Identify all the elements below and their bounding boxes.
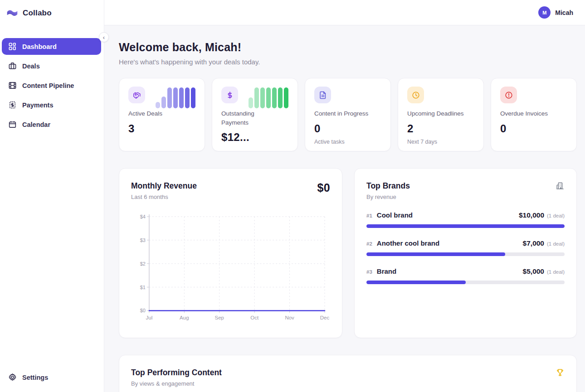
stat-value: 0 [314,122,381,135]
top-brands-title: Top Brands [366,181,410,191]
top-brands-card: Top Brands By revenue [354,168,577,338]
receipt-dollar-icon [8,101,17,109]
svg-text:Dec: Dec [320,315,330,320]
stat-value: $12... [221,131,288,144]
svg-text:$2: $2 [140,261,146,266]
stat-subtitle: Next 7 days [407,139,474,145]
sidebar-item-dashboard[interactable]: Dashboard [2,38,101,55]
stat-card-content-in-progress: Content in Progress 0 Active tasks [305,78,391,151]
alert-circle-icon [500,87,517,103]
svg-text:Jul: Jul [146,315,153,320]
sidebar-item-settings[interactable]: Settings [2,369,101,386]
revenue-subtitle: Last 6 months [131,194,197,200]
brand-rank: #3 [366,269,372,275]
stat-value: 3 [128,122,195,135]
chevron-left-icon: ‹ [103,34,105,40]
sidebar-footer: Settings [0,369,104,392]
stat-label: Content in Progress [314,109,381,118]
svg-text:$1: $1 [140,285,146,290]
stat-subtitle: Active tasks [314,139,381,145]
brand-value: $5,000 [523,267,544,276]
gear-icon [8,373,17,382]
brand-rank: #2 [366,241,372,247]
brand-rank: #1 [366,213,372,218]
brand-name: Cool brand [377,211,413,219]
sidebar-item-payments[interactable]: Payments [2,97,101,113]
brand-row: #1 Cool brand $10,000 (1 deal) [366,211,565,228]
stat-card-active-deals: Active Deals 3 [119,78,205,151]
monthly-revenue-card: Monthly Revenue Last 6 months $0 $0$1$2$… [119,168,342,338]
brand-progress-fill [366,252,505,256]
sidebar-item-deals[interactable]: Deals [2,58,101,74]
user-name[interactable]: Micah [555,9,573,16]
page-subtitle: Here's what's happening with your deals … [119,58,577,66]
sidebar-item-label: Calendar [22,121,50,128]
svg-text:$4: $4 [140,214,146,219]
outstanding-payments-sparkline [249,87,288,108]
revenue-chart-svg: $0$1$2$3$4JulAugSepOctNovDec [131,210,330,324]
sidebar-item-content-pipeline[interactable]: Content Pipeline [2,77,101,94]
stat-label: Overdue Invoices [500,109,567,118]
svg-text:$3: $3 [140,237,146,243]
calendar-icon [8,120,17,129]
svg-text:Oct: Oct [250,315,259,320]
main-area: M Micah Welcome back, Micah! Here's what… [104,0,585,392]
stat-card-outstanding-payments: Outstanding Payments $12... [212,78,298,151]
top-brands-subtitle: By revenue [366,194,410,200]
stat-label: Outstanding Payments [221,109,259,127]
collabo-flag-icon [6,8,18,18]
sidebar-item-label: Content Pipeline [22,82,74,89]
sidebar-item-label: Settings [22,374,48,381]
page-title: Welcome back, Micah! [119,41,577,54]
svg-text:Sep: Sep [215,315,224,320]
building-icon [556,181,565,192]
stat-label: Upcoming Deadlines [407,109,474,118]
stat-card-overdue-invoices: Overdue Invoices 0 [491,78,577,151]
top-performing-content-card: Top Performing Content By views & engage… [119,355,577,392]
stats-row: Active Deals 3 Outstanding Payments $12.… [119,78,577,151]
dashboard-content: Welcome back, Micah! Here's what's happe… [104,25,585,392]
brand-progress-fill [366,281,466,284]
brand-row: #3 Brand $5,000 (1 deal) [366,267,565,284]
top-content-title: Top Performing Content [131,368,222,377]
top-brands-list: #1 Cool brand $10,000 (1 deal) [366,211,565,284]
brand-deal-count: (1 deal) [547,213,565,218]
dollar-icon [221,87,238,103]
sidebar-item-label: Deals [22,63,40,70]
sidebar: Collabo Dashboard Deals [0,0,104,392]
app-root: Collabo Dashboard Deals [0,0,585,392]
revenue-title: Monthly Revenue [131,181,197,191]
sidebar-item-label: Dashboard [22,43,57,50]
brand-progress-fill [366,224,565,228]
stat-value: 0 [500,122,567,135]
film-icon [8,81,17,90]
dashboard-grid-icon [8,42,17,51]
avatar[interactable]: M [538,6,551,19]
revenue-total: $0 [317,181,330,194]
topbar: M Micah [104,0,585,25]
active-deals-sparkline [156,87,195,108]
top-content-subtitle: By views & engagement [131,380,222,387]
brand-value: $7,000 [523,239,544,247]
brand-row: #2 Another cool brand $7,000 (1 deal) [366,239,565,256]
sidebar-item-calendar[interactable]: Calendar [2,116,101,133]
stat-card-upcoming-deadlines: Upcoming Deadlines 2 Next 7 days [398,78,484,151]
brand-deal-count: (1 deal) [547,241,565,247]
document-icon [314,87,331,103]
handshake-icon [128,87,145,103]
revenue-chart: $0$1$2$3$4JulAugSepOctNovDec [131,210,330,324]
stat-label: Active Deals [128,109,166,118]
brand-progress-track [366,281,565,284]
brand-deal-count: (1 deal) [547,269,565,275]
briefcase-icon [8,62,17,70]
charts-row: Monthly Revenue Last 6 months $0 $0$1$2$… [119,168,577,338]
brand-name: Another cool brand [377,239,439,247]
sidebar-collapse-button[interactable]: ‹ [99,32,109,42]
sidebar-nav: Dashboard Deals Content Pipeline [0,25,104,133]
brand-progress-track [366,224,565,228]
brand-progress-track [366,252,565,256]
clock-icon [407,87,424,103]
brand-logo: Collabo [0,0,104,25]
brand-name: Brand [377,267,396,275]
svg-text:$0: $0 [140,308,146,313]
